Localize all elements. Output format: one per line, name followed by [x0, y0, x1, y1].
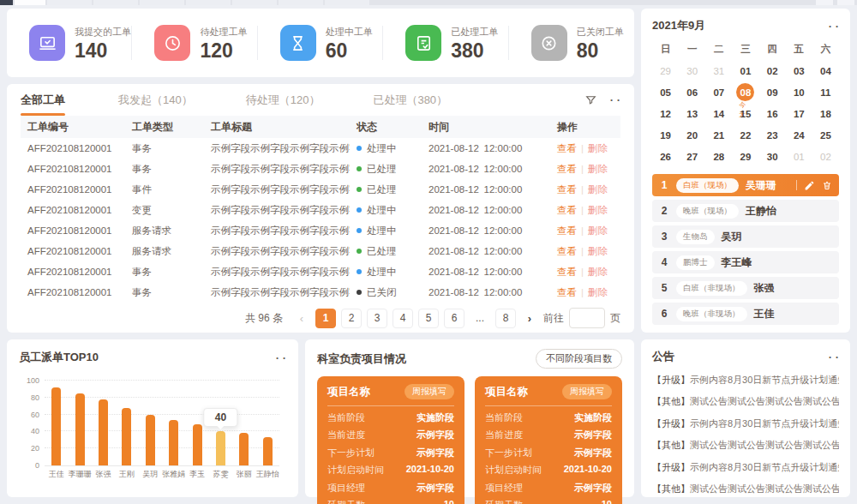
bar[interactable]	[169, 420, 178, 465]
day-cell[interactable]: 14	[705, 103, 732, 124]
day-cell[interactable]: 07	[705, 81, 732, 103]
more-icon[interactable]	[829, 351, 839, 363]
day-cell[interactable]: 20	[679, 124, 705, 146]
page-button[interactable]: 1	[315, 309, 336, 328]
trash-icon[interactable]	[822, 180, 832, 191]
bar[interactable]	[193, 424, 202, 465]
announcement-item[interactable]: 【升级】示例内容8月30日新节点升级计划通知	[652, 461, 839, 474]
day-cell[interactable]: 17	[786, 103, 812, 124]
view-link[interactable]: 查看	[557, 246, 577, 256]
day-cell[interactable]: 27	[679, 146, 705, 167]
announcement-item[interactable]: 【升级】示例内容8月30日新节点升级计划通知	[652, 417, 839, 430]
day-cell[interactable]: 05	[652, 81, 679, 103]
shift-item[interactable]: 4鹏博士李王峰	[652, 251, 839, 273]
day-cell[interactable]: 16	[759, 103, 786, 124]
prev-page-button[interactable]: ‹	[293, 312, 310, 325]
page-button[interactable]: 2	[341, 309, 362, 328]
delete-link[interactable]: 删除	[588, 184, 608, 195]
tab-order-filter[interactable]: 我发起（140）	[118, 84, 193, 116]
day-cell[interactable]: 28	[705, 146, 732, 167]
delete-link[interactable]: 删除	[588, 205, 608, 215]
delete-link[interactable]: 删除	[588, 143, 608, 153]
bar[interactable]	[75, 393, 85, 465]
page-button[interactable]: 5	[418, 309, 439, 328]
bar[interactable]	[99, 399, 108, 465]
page-button[interactable]: 6	[444, 309, 464, 328]
announcement-item[interactable]: 【升级】示例内容8月30日新节点升级计划通知	[652, 374, 839, 387]
day-cell[interactable]: 15	[732, 103, 758, 124]
view-link[interactable]: 查看	[557, 143, 577, 153]
top-tab[interactable]	[93, 0, 138, 5]
day-cell[interactable]: 13	[679, 103, 705, 124]
shift-item[interactable]: 2晚班（现场）王静怡	[652, 200, 839, 222]
day-cell[interactable]: 03	[786, 60, 812, 81]
day-cell[interactable]: 10	[786, 81, 812, 103]
day-cell[interactable]: 11	[812, 81, 839, 103]
announcement-item[interactable]: 【其他】测试公告测试公告测试公告测试公告测试公告	[652, 483, 839, 495]
top-tab[interactable]	[186, 0, 231, 5]
day-cell[interactable]: 08今天	[732, 81, 758, 103]
day-cell[interactable]: 23	[759, 124, 786, 146]
day-cell[interactable]: 19	[652, 124, 679, 146]
more-icon[interactable]	[276, 351, 286, 364]
day-cell[interactable]: 29	[732, 146, 758, 167]
next-page-button[interactable]: ›	[521, 312, 538, 325]
day-cell[interactable]: 09	[759, 81, 786, 103]
goto-page-input[interactable]	[569, 308, 605, 328]
day-cell[interactable]: 30	[759, 146, 786, 167]
top-tab[interactable]	[325, 0, 369, 5]
day-cell[interactable]: 24	[786, 124, 812, 146]
page-button[interactable]: 8	[495, 309, 516, 328]
more-icon[interactable]	[829, 20, 839, 33]
day-cell[interactable]: 04	[812, 60, 839, 81]
day-cell[interactable]: 22	[732, 124, 758, 146]
page-button[interactable]: 4	[393, 309, 413, 328]
weekly-report-badge[interactable]: 周报填写	[405, 384, 454, 399]
stage-count-button[interactable]: 不同阶段项目数	[536, 349, 622, 369]
delete-link[interactable]: 删除	[588, 287, 608, 297]
page-button[interactable]: 3	[367, 309, 387, 328]
shift-item[interactable]: 5白班（非现场）张强	[652, 277, 839, 299]
top-window-control[interactable]	[816, 0, 833, 5]
shift-item[interactable]: 6晚班（非现场）王佳	[652, 303, 839, 325]
more-icon[interactable]	[610, 93, 620, 106]
top-tab[interactable]	[140, 0, 184, 5]
day-cell[interactable]: 02	[812, 146, 839, 167]
day-cell[interactable]: 29	[652, 60, 679, 81]
filter-icon[interactable]	[585, 94, 596, 105]
bar[interactable]	[51, 387, 61, 465]
shift-item[interactable]: 1白班（现场）吴珊珊	[652, 174, 839, 196]
announcement-item[interactable]: 【其他】测试公告测试公告测试公告测试公告测试公告	[652, 439, 839, 452]
delete-link[interactable]: 删除	[588, 225, 608, 236]
day-cell[interactable]: 06	[679, 81, 705, 103]
day-cell[interactable]: 01	[732, 60, 758, 81]
day-cell[interactable]: 26	[652, 146, 679, 167]
delete-link[interactable]: 删除	[588, 164, 608, 174]
day-cell[interactable]: 30	[679, 60, 705, 81]
top-tab[interactable]	[0, 0, 13, 5]
day-cell[interactable]: 21	[705, 124, 732, 146]
announcement-item[interactable]: 【其他】测试公告测试公告测试公告测试公告测试公告	[652, 395, 839, 408]
day-cell[interactable]: 02	[759, 60, 786, 81]
bar[interactable]	[146, 415, 155, 465]
top-tab-active[interactable]	[15, 0, 45, 5]
view-link[interactable]: 查看	[557, 205, 577, 215]
delete-link[interactable]: 删除	[588, 267, 608, 277]
day-cell[interactable]: 31	[705, 60, 732, 81]
delete-link[interactable]: 删除	[588, 246, 608, 256]
top-window-control[interactable]	[837, 0, 854, 5]
bar[interactable]	[122, 408, 131, 465]
bar[interactable]	[216, 431, 225, 465]
edit-icon[interactable]	[804, 180, 815, 191]
day-cell[interactable]: 12	[652, 103, 679, 124]
tab-order-filter[interactable]: 已处理（380）	[373, 84, 447, 116]
view-link[interactable]: 查看	[557, 267, 577, 277]
day-cell[interactable]: 01	[786, 146, 812, 167]
view-link[interactable]: 查看	[557, 184, 577, 195]
day-cell[interactable]: 18	[812, 103, 839, 124]
bar[interactable]	[263, 437, 273, 465]
tab-order-filter[interactable]: 待处理（120）	[246, 84, 321, 116]
view-link[interactable]: 查看	[557, 164, 577, 174]
shift-item[interactable]: 3生物岛吴玥	[652, 225, 839, 248]
view-link[interactable]: 查看	[557, 287, 577, 297]
